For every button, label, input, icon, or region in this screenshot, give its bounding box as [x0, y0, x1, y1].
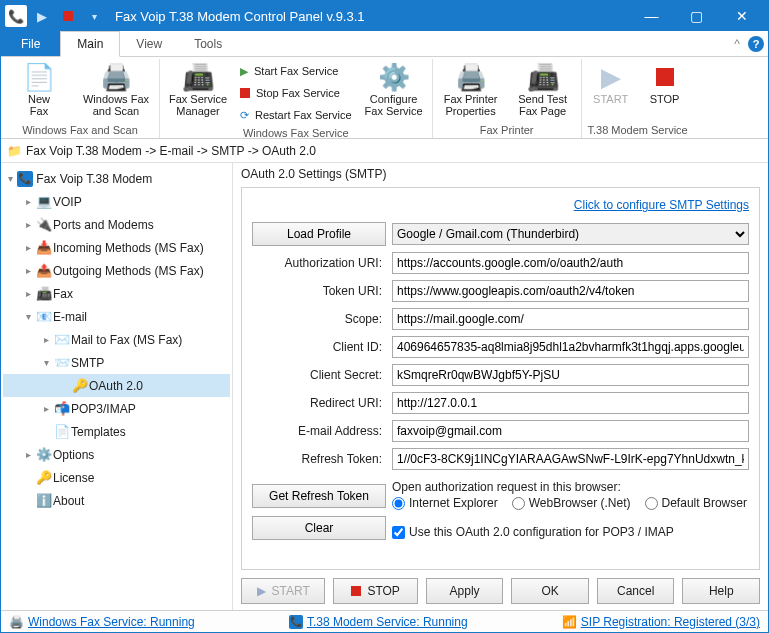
client-id-field[interactable] [392, 336, 749, 358]
incoming-icon: 📥 [35, 240, 53, 255]
nav-tree[interactable]: ▾📞 Fax Voip T.38 Modem ▸💻VOIP ▸🔌Ports an… [1, 163, 233, 610]
profile-select[interactable]: Google / Gmail.com (Thunderbird) [392, 223, 749, 245]
tree-about[interactable]: ℹ️About [3, 489, 230, 512]
options-icon: ⚙️ [35, 447, 53, 462]
stop-button[interactable]: STOP [333, 578, 417, 604]
tree-email[interactable]: ▾📧E-mail [3, 305, 230, 328]
tree-pop3[interactable]: ▸📬POP3/IMAP [3, 397, 230, 420]
tree-options[interactable]: ▸⚙️Options [3, 443, 230, 466]
fax-service-manager-button[interactable]: 📠 Fax Service Manager [164, 59, 232, 117]
titlebar: 📞 ▶ ▾ Fax Voip T.38 Modem Control Panel … [1, 1, 768, 31]
stop-icon[interactable] [57, 5, 79, 27]
ribbon-group-label: Windows Fax and Scan [5, 122, 155, 138]
tab-view[interactable]: View [120, 31, 178, 56]
stop-icon [240, 88, 250, 98]
ports-icon: 🔌 [35, 217, 53, 232]
tab-file[interactable]: File [1, 31, 60, 56]
oauth-icon: 🔑 [71, 378, 89, 393]
ribbon: 📄 New Fax 🖨️ Windows Fax and Scan Window… [1, 57, 768, 139]
restart-icon: ⟳ [240, 109, 249, 122]
refresh-token-field[interactable] [392, 448, 749, 470]
tree-mail-to-fax[interactable]: ▸✉️Mail to Fax (MS Fax) [3, 328, 230, 351]
dropdown-icon[interactable]: ▾ [83, 5, 105, 27]
gear-icon: ⚙️ [378, 61, 410, 93]
stop-icon [351, 586, 361, 596]
get-refresh-token-button[interactable]: Get Refresh Token [252, 484, 386, 508]
tree-incoming[interactable]: ▸📥Incoming Methods (MS Fax) [3, 236, 230, 259]
tree-fax[interactable]: ▸📠Fax [3, 282, 230, 305]
use-for-pop3-checkbox[interactable]: Use this OAuth 2.0 configuration for POP… [392, 525, 674, 539]
tree-license[interactable]: 🔑License [3, 466, 230, 489]
play-icon: ▶ [257, 584, 266, 598]
send-test-fax-button[interactable]: 📠 Send Test Fax Page [509, 59, 577, 117]
apply-button[interactable]: Apply [426, 578, 504, 604]
tab-tools[interactable]: Tools [178, 31, 238, 56]
window-title: Fax Voip T.38 Modem Control Panel v.9.3.… [109, 9, 629, 24]
browser-default-radio[interactable]: Default Browser [645, 496, 747, 510]
load-profile-button[interactable]: Load Profile [252, 222, 386, 246]
email-label: E-mail Address: [252, 424, 386, 438]
new-fax-button[interactable]: 📄 New Fax [5, 59, 73, 117]
email-icon: 📧 [35, 309, 53, 324]
redirect-uri-label: Redirect URI: [252, 396, 386, 410]
browser-net-radio[interactable]: WebBrowser (.Net) [512, 496, 631, 510]
browser-ie-radio[interactable]: Internet Explorer [392, 496, 498, 510]
voip-icon: 💻 [35, 194, 53, 209]
ribbon-collapse-icon[interactable]: ^ [734, 31, 744, 56]
play-icon[interactable]: ▶ [31, 5, 53, 27]
start-button[interactable]: ▶START [241, 578, 325, 604]
windows-fax-scan-button[interactable]: 🖨️ Windows Fax and Scan [77, 59, 155, 117]
fax-manager-icon: 📠 [182, 61, 214, 93]
browser-title: Open authorization request in this brows… [392, 480, 749, 494]
token-uri-label: Token URI: [252, 284, 386, 298]
about-icon: ℹ️ [35, 493, 53, 508]
tab-main[interactable]: Main [60, 31, 120, 57]
tree-smtp[interactable]: ▾📨SMTP [3, 351, 230, 374]
printer-props-icon: 🖨️ [455, 61, 487, 93]
sip-icon: 📶 [562, 615, 577, 629]
play-icon: ▶ [601, 61, 621, 93]
ok-button[interactable]: OK [511, 578, 589, 604]
help-button[interactable]: Help [682, 578, 760, 604]
configure-fax-service-button[interactable]: ⚙️ Configure Fax Service [360, 59, 428, 117]
client-secret-field[interactable] [392, 364, 749, 386]
action-row: ▶START STOP Apply OK Cancel Help [233, 574, 768, 610]
app-icon: 📞 [5, 5, 27, 27]
ribbon-group-label: T.38 Modem Service [586, 122, 690, 138]
help-icon[interactable]: ? [744, 31, 768, 56]
tree-ports[interactable]: ▸🔌Ports and Modems [3, 213, 230, 236]
new-fax-icon: 📄 [23, 61, 55, 93]
token-uri-field[interactable] [392, 280, 749, 302]
fax-icon: 📠 [35, 286, 53, 301]
tree-outgoing[interactable]: ▸📤Outgoing Methods (MS Fax) [3, 259, 230, 282]
maximize-button[interactable]: ▢ [674, 1, 719, 31]
cancel-button[interactable]: Cancel [597, 578, 675, 604]
start-fax-service-button[interactable]: ▶ Start Fax Service [236, 61, 356, 81]
close-button[interactable]: ✕ [719, 1, 764, 31]
email-field[interactable] [392, 420, 749, 442]
menubar: File Main View Tools ^ ? [1, 31, 768, 57]
restart-fax-service-button[interactable]: ⟳ Restart Fax Service [236, 105, 356, 125]
printer-icon: 🖨️ [9, 615, 24, 629]
play-icon: ▶ [240, 65, 248, 78]
stop-fax-service-button[interactable]: Stop Fax Service [236, 83, 356, 103]
service-start-button[interactable]: ▶ START [586, 59, 636, 105]
page-title: OAuth 2.0 Settings (SMTP) [233, 163, 768, 181]
fax-printer-properties-button[interactable]: 🖨️ Fax Printer Properties [437, 59, 505, 117]
minimize-button[interactable]: — [629, 1, 674, 31]
tree-templates[interactable]: 📄Templates [3, 420, 230, 443]
outgoing-icon: 📤 [35, 263, 53, 278]
tree-root[interactable]: ▾📞 Fax Voip T.38 Modem [3, 167, 230, 190]
scope-field[interactable] [392, 308, 749, 330]
client-secret-label: Client Secret: [252, 368, 386, 382]
clear-button[interactable]: Clear [252, 516, 386, 540]
mail-icon: ✉️ [53, 332, 71, 347]
auth-uri-field[interactable] [392, 252, 749, 274]
redirect-uri-field[interactable] [392, 392, 749, 414]
service-stop-button[interactable]: STOP [640, 59, 690, 105]
configure-smtp-link[interactable]: Click to configure SMTP Settings [574, 198, 749, 212]
statusbar: 🖨️Windows Fax Service: Running 📞T.38 Mod… [1, 610, 768, 632]
tree-voip[interactable]: ▸💻VOIP [3, 190, 230, 213]
client-id-label: Client ID: [252, 340, 386, 354]
tree-oauth[interactable]: 🔑OAuth 2.0 [3, 374, 230, 397]
